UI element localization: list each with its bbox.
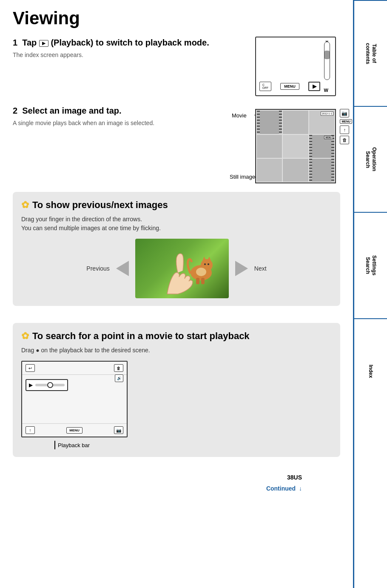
sidebar-tab-settings-search[interactable]: SettingsSearch bbox=[353, 213, 387, 318]
main-content: Viewing 1 Tap ▶ (Playback) to switch to … bbox=[0, 0, 353, 588]
tip-2-icon: ✿ bbox=[21, 331, 29, 342]
sidebar-tab-index[interactable]: Index bbox=[353, 319, 387, 424]
index-cell-film-2: MENU bbox=[309, 135, 334, 158]
tip-1-body-line1: Drag your finger in the direction of the… bbox=[21, 216, 142, 223]
step-1-instruction: 1 Tap ▶ (Playback) to switch to playback… bbox=[13, 37, 247, 49]
cat-eye-2 bbox=[208, 263, 209, 265]
camera-box: T W COFF MENU ▶ bbox=[255, 37, 336, 96]
pb-back-btn: ↩ bbox=[26, 364, 35, 372]
menu-label-index: MENU bbox=[324, 136, 333, 139]
index-cell-film-3 bbox=[309, 159, 334, 182]
pb-share-btn: ↑ bbox=[26, 426, 35, 434]
step-1-number: 1 bbox=[13, 38, 17, 47]
pb-middle: ▶ bbox=[22, 375, 127, 395]
previous-label: Previous bbox=[86, 265, 109, 272]
tip-2-title-text: To search for a point in a movie to star… bbox=[32, 331, 250, 342]
right-arrow-shape bbox=[235, 261, 248, 276]
playback-label-vertical-line bbox=[54, 441, 55, 449]
still-label-connector bbox=[254, 177, 256, 177]
left-arrow-shape bbox=[116, 261, 129, 276]
arrow-left bbox=[114, 260, 131, 277]
camera-mode-btn: COFF bbox=[259, 82, 271, 91]
camera-bottom-bar: COFF MENU ▶ bbox=[259, 82, 320, 91]
index-cell-7 bbox=[257, 159, 282, 182]
index-icon-share: ↑ bbox=[340, 126, 349, 134]
step-2-instruction: 2 Select an image and tap. bbox=[13, 105, 221, 117]
tip-2-body-line1: Drag ● on the playback bar to the desire… bbox=[21, 347, 150, 354]
index-menu-icon: MENU bbox=[324, 136, 333, 139]
cat-ear-left bbox=[202, 257, 206, 261]
tip-1-icon: ✿ bbox=[21, 200, 29, 211]
tip-1-title-text: To show previous/next images bbox=[32, 200, 168, 211]
step-1-section: 1 Tap ▶ (Playback) to switch to playback… bbox=[13, 37, 340, 96]
playback-section-inner: ↩ 🗑 🔊 ▶ bbox=[21, 361, 332, 449]
date-label: 2012-1-1 bbox=[321, 111, 333, 116]
still-label: Still image bbox=[230, 174, 255, 180]
playback-bar-label: Playback bar bbox=[58, 442, 90, 448]
page-title: Viewing bbox=[13, 9, 340, 28]
playback-bar-label-container: Playback bar bbox=[38, 441, 128, 449]
continued-label: Continued bbox=[266, 485, 296, 492]
sidebar-tab-toc[interactable]: Table ofcontents bbox=[353, 0, 387, 106]
cat-chest bbox=[196, 268, 206, 276]
step-1-subtext: The index screen appears. bbox=[13, 51, 247, 60]
finger-shape bbox=[176, 254, 183, 273]
continued-text: Continued ↓ bbox=[13, 483, 340, 496]
cat-leg-1 bbox=[196, 278, 199, 284]
index-cell-4 bbox=[257, 135, 282, 158]
cat-leg-2 bbox=[201, 278, 205, 284]
movie-label: Movie bbox=[232, 112, 247, 119]
tip-box-2: ✿ To search for a point in a movie to st… bbox=[13, 323, 340, 457]
step-2-subtext: A single movie plays back when an image … bbox=[13, 119, 221, 128]
cat-ear-right bbox=[207, 257, 211, 261]
pb-right-icons: 🔊 bbox=[115, 374, 123, 382]
step-2-diagram-container: Movie 2012-1-1 bbox=[230, 105, 340, 183]
pb-play-icon: ▶ bbox=[29, 382, 33, 388]
page-footer: 38US Continued ↓ bbox=[13, 470, 340, 496]
index-icon-menu: MENU bbox=[340, 119, 352, 124]
cat-scene-svg bbox=[135, 239, 229, 298]
arrow-right bbox=[233, 260, 250, 277]
playback-button-icon: ▶ bbox=[39, 40, 48, 47]
index-cell-8 bbox=[283, 159, 308, 182]
step-2-section: 2 Select an image and tap. A single movi… bbox=[13, 105, 340, 183]
index-cell-film-1 bbox=[257, 111, 282, 134]
sidebar-tab-operation-search[interactable]: OperationSearch bbox=[353, 107, 387, 212]
pb-camera-btn: 📷 bbox=[114, 426, 123, 434]
camera-menu-btn: MENU bbox=[280, 83, 299, 90]
finger-gesture bbox=[167, 273, 193, 294]
playback-diagram-wrapper: ↩ 🗑 🔊 ▶ bbox=[21, 361, 128, 449]
camera-play-btn: ▶ bbox=[308, 82, 320, 91]
tip-2-body: Drag ● on the playback bar to the desire… bbox=[21, 346, 332, 355]
tip-1-body: Drag your finger in the direction of the… bbox=[21, 215, 332, 233]
pb-bar-track bbox=[35, 384, 65, 386]
next-label: Next bbox=[254, 265, 267, 272]
index-cell-2 bbox=[283, 111, 308, 134]
pb-menu-btn: MENU bbox=[66, 427, 83, 434]
right-sidebar: Table ofcontents OperationSearch Setting… bbox=[353, 0, 387, 588]
index-cell-date: 2012-1-1 bbox=[309, 111, 334, 134]
pb-play-btn: ▶ bbox=[26, 379, 68, 391]
step-2-text: 2 Select an image and tap. A single movi… bbox=[13, 105, 221, 183]
index-icon-trash: 🗑 bbox=[340, 136, 349, 144]
tip-1-body-line2: You can send multiple images at one time… bbox=[21, 225, 161, 231]
camera-w-label: W bbox=[324, 88, 328, 93]
index-side-icons: 📷 MENU ↑ 🗑 bbox=[340, 109, 352, 144]
camera-slider bbox=[324, 42, 330, 80]
step-1-text: 1 Tap ▶ (Playback) to switch to playback… bbox=[13, 37, 247, 60]
pb-trash-btn: 🗑 bbox=[114, 364, 123, 372]
photo-thumbnail bbox=[135, 239, 229, 298]
cat-eye-1 bbox=[204, 263, 206, 265]
sidebar-empty-space bbox=[353, 424, 387, 588]
pb-top-bar: ↩ 🗑 bbox=[22, 362, 127, 375]
continued-arrow: ↓ bbox=[299, 485, 302, 492]
tip-2-title: ✿ To search for a point in a movie to st… bbox=[21, 331, 332, 342]
tip-1-title: ✿ To show previous/next images bbox=[21, 200, 332, 211]
index-screen: 2012-1-1 MENU bbox=[255, 109, 336, 183]
page-number: 38US bbox=[13, 470, 340, 483]
camera-diagram-1: T W COFF MENU ▶ bbox=[255, 37, 340, 96]
index-cell-5 bbox=[283, 135, 308, 158]
pb-sound-icon: 🔊 bbox=[115, 374, 123, 382]
pb-bottom-bar: ↑ MENU 📷 bbox=[22, 423, 127, 437]
step-2-number: 2 bbox=[13, 106, 17, 115]
